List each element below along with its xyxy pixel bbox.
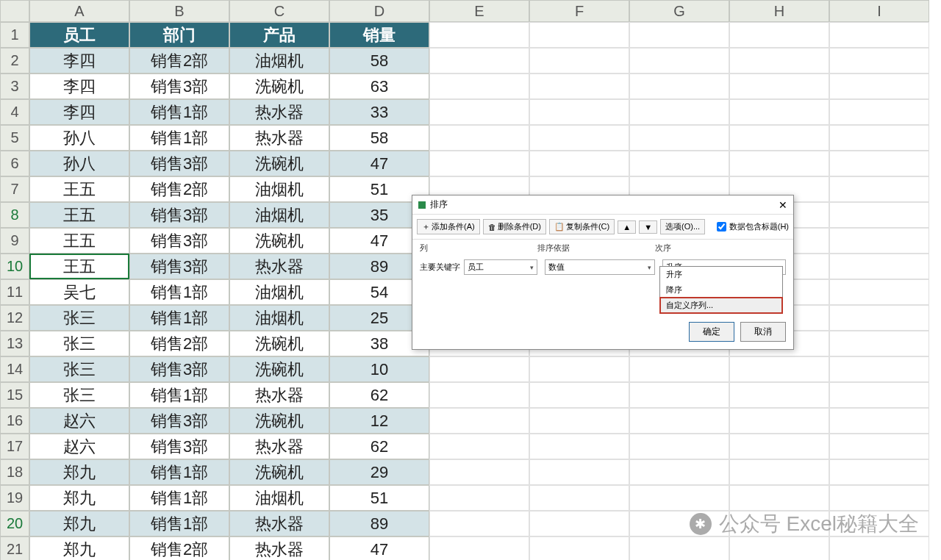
cell[interactable] <box>829 536 929 560</box>
cell[interactable]: 热水器 <box>229 254 329 279</box>
cell[interactable] <box>629 536 729 560</box>
cell[interactable]: 销售3部 <box>129 408 229 434</box>
cell[interactable] <box>829 356 929 382</box>
cell[interactable] <box>429 408 529 434</box>
cell[interactable]: 部门 <box>129 22 229 48</box>
cell[interactable] <box>429 48 529 73</box>
cell[interactable]: 吴七 <box>29 279 129 305</box>
row-header[interactable]: 16 <box>0 408 29 434</box>
has-header-checkbox[interactable]: 数据包含标题(H) <box>717 221 789 232</box>
cell[interactable]: 销售1部 <box>129 459 229 485</box>
column-header[interactable]: H <box>729 0 829 22</box>
cell[interactable] <box>829 408 929 434</box>
cell[interactable] <box>529 125 629 151</box>
cell[interactable] <box>429 99 529 125</box>
cell[interactable]: 89 <box>329 511 429 536</box>
cell[interactable]: 洗碗机 <box>229 356 329 382</box>
cell[interactable]: 洗碗机 <box>229 459 329 485</box>
dialog-titlebar[interactable]: 排序 ✕ <box>412 195 793 215</box>
row-header[interactable]: 2 <box>0 48 29 73</box>
cell[interactable] <box>829 176 929 202</box>
cell[interactable]: 销售1部 <box>129 279 229 305</box>
cell[interactable]: 郑九 <box>29 536 129 560</box>
copy-condition-button[interactable]: 📋 复制条件(C) <box>549 219 615 234</box>
row-header[interactable]: 19 <box>0 485 29 511</box>
cell[interactable] <box>729 22 829 48</box>
row-header[interactable]: 1 <box>0 22 29 48</box>
row-header[interactable]: 9 <box>0 228 29 254</box>
cell[interactable] <box>529 408 629 434</box>
cell[interactable]: 郑九 <box>29 511 129 536</box>
cell[interactable] <box>529 459 629 485</box>
cell[interactable] <box>429 434 529 459</box>
cell[interactable] <box>729 382 829 408</box>
row-header[interactable]: 6 <box>0 151 29 176</box>
cell[interactable] <box>829 305 929 331</box>
cell[interactable]: 热水器 <box>229 434 329 459</box>
cell[interactable]: 58 <box>329 48 429 73</box>
row-header[interactable]: 7 <box>0 176 29 202</box>
cell[interactable]: 洗碗机 <box>229 331 329 356</box>
row-header[interactable]: 12 <box>0 305 29 331</box>
row-header[interactable]: 5 <box>0 125 29 151</box>
cell[interactable]: 王五 <box>29 254 129 279</box>
cell[interactable]: 张三 <box>29 382 129 408</box>
key-select[interactable]: 员工▾ <box>464 259 537 275</box>
column-header[interactable]: I <box>829 0 929 22</box>
cell[interactable] <box>729 408 829 434</box>
cell[interactable] <box>829 73 929 99</box>
row-header[interactable]: 21 <box>0 536 29 560</box>
cell[interactable]: 热水器 <box>229 382 329 408</box>
cell[interactable]: 销售1部 <box>129 125 229 151</box>
cell[interactable] <box>529 99 629 125</box>
cell[interactable]: 王五 <box>29 202 129 228</box>
cell[interactable]: 孙八 <box>29 151 129 176</box>
cell[interactable]: 47 <box>329 151 429 176</box>
cell[interactable] <box>529 151 629 176</box>
row-header[interactable]: 4 <box>0 99 29 125</box>
row-header[interactable]: 18 <box>0 459 29 485</box>
cell[interactable] <box>729 99 829 125</box>
cell[interactable] <box>729 356 829 382</box>
cell[interactable]: 销售3部 <box>129 356 229 382</box>
cell[interactable]: 销售3部 <box>129 434 229 459</box>
cell[interactable]: 销售1部 <box>129 99 229 125</box>
ok-button[interactable]: 确定 <box>689 322 734 342</box>
cell[interactable] <box>629 356 729 382</box>
cell[interactable]: 63 <box>329 73 429 99</box>
cell[interactable] <box>529 22 629 48</box>
row-header[interactable]: 11 <box>0 279 29 305</box>
cell[interactable]: 销售3部 <box>129 228 229 254</box>
cell[interactable]: 销售2部 <box>129 48 229 73</box>
cell[interactable]: 李四 <box>29 48 129 73</box>
cell[interactable] <box>429 485 529 511</box>
dropdown-desc[interactable]: 降序 <box>660 282 782 298</box>
cell[interactable]: 销售2部 <box>129 536 229 560</box>
cell[interactable]: 热水器 <box>229 99 329 125</box>
cell[interactable] <box>529 536 629 560</box>
column-header[interactable]: A <box>29 0 129 22</box>
cell[interactable]: 销售1部 <box>129 305 229 331</box>
cell[interactable]: 62 <box>329 382 429 408</box>
cell[interactable]: 62 <box>329 434 429 459</box>
cell[interactable]: 销售3部 <box>129 73 229 99</box>
cell[interactable]: 王五 <box>29 176 129 202</box>
cell[interactable]: 李四 <box>29 99 129 125</box>
cell[interactable]: 销售1部 <box>129 511 229 536</box>
cell[interactable]: 10 <box>329 356 429 382</box>
cell[interactable]: 张三 <box>29 331 129 356</box>
cell[interactable] <box>729 151 829 176</box>
cell[interactable] <box>429 382 529 408</box>
cell[interactable] <box>829 125 929 151</box>
cell[interactable]: 29 <box>329 459 429 485</box>
cell[interactable]: 油烟机 <box>229 48 329 73</box>
column-header[interactable]: D <box>329 0 429 22</box>
cell[interactable] <box>829 48 929 73</box>
move-up-button[interactable]: ▲ <box>618 220 636 234</box>
dropdown-asc[interactable]: 升序 <box>660 267 782 282</box>
cell[interactable] <box>529 356 629 382</box>
cell[interactable]: 张三 <box>29 356 129 382</box>
column-header[interactable]: B <box>129 0 229 22</box>
cell[interactable] <box>829 279 929 305</box>
cell[interactable] <box>529 511 629 536</box>
